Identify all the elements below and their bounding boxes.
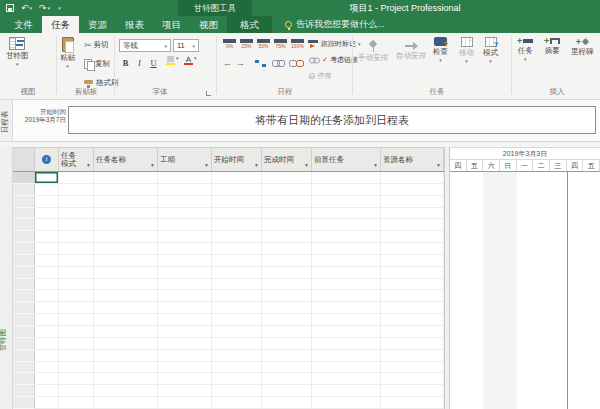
table-cell[interactable]	[35, 350, 59, 362]
row-header[interactable]	[13, 243, 35, 255]
timescale-day-cell[interactable]: 日	[500, 160, 517, 171]
row-header[interactable]	[13, 290, 35, 302]
table-cell[interactable]	[35, 397, 59, 409]
table-cell[interactable]	[94, 350, 158, 362]
table-cell[interactable]	[35, 373, 59, 385]
insert-task-button[interactable]: + 任务 ▾	[517, 37, 533, 61]
table-cell[interactable]	[59, 172, 94, 184]
percent-complete-0%-button[interactable]: 0%	[221, 39, 238, 49]
link-tasks-button[interactable]	[272, 60, 284, 67]
filter-dropdown-icon[interactable]: ▼	[204, 161, 209, 169]
table-cell[interactable]	[212, 172, 262, 184]
table-cell[interactable]	[312, 172, 381, 184]
table-cell[interactable]	[158, 326, 212, 338]
table-cell[interactable]	[94, 385, 158, 397]
table-cell[interactable]	[381, 314, 444, 326]
table-cell[interactable]	[262, 362, 312, 374]
table-cell[interactable]	[94, 243, 158, 255]
tab-报表[interactable]: 报表	[116, 16, 153, 33]
timescale-week-tier[interactable]: 2019年3月3日	[450, 147, 600, 160]
table-cell[interactable]	[312, 290, 381, 302]
column-header-资源名称[interactable]: 资源名称▼	[381, 147, 444, 171]
table-cell[interactable]	[35, 326, 59, 338]
table-cell[interactable]	[312, 385, 381, 397]
table-cell[interactable]	[262, 279, 312, 291]
row-header[interactable]	[13, 385, 35, 397]
column-header-前置任务[interactable]: 前置任务▼	[312, 147, 381, 171]
table-cell[interactable]	[212, 243, 262, 255]
inspect-button[interactable]: 检查 ▾	[433, 37, 448, 62]
table-cell[interactable]	[158, 231, 212, 243]
unlink-tasks-button[interactable]	[289, 60, 301, 67]
mode-button[interactable]: 模式 ▾	[483, 37, 498, 63]
table-cell[interactable]	[35, 208, 59, 220]
copy-button[interactable]: 复制	[84, 59, 110, 69]
table-cell[interactable]	[158, 350, 212, 362]
table-cell[interactable]	[212, 350, 262, 362]
table-cell[interactable]	[158, 385, 212, 397]
table-cell[interactable]	[312, 184, 381, 196]
row-header[interactable]	[13, 196, 35, 208]
row-header[interactable]	[13, 267, 35, 279]
inactivate-button[interactable]: ⊖ 停用	[308, 71, 332, 81]
table-cell[interactable]	[262, 326, 312, 338]
tab-格式[interactable]: 格式	[227, 16, 272, 33]
table-cell[interactable]	[94, 302, 158, 314]
table-cell[interactable]	[59, 338, 94, 350]
selected-cell[interactable]	[35, 172, 59, 184]
table-cell[interactable]	[94, 219, 158, 231]
table-cell[interactable]	[212, 385, 262, 397]
table-cell[interactable]	[59, 243, 94, 255]
table-cell[interactable]	[262, 314, 312, 326]
table-cell[interactable]	[381, 267, 444, 279]
select-all-corner-cell[interactable]	[13, 147, 35, 171]
table-cell[interactable]	[381, 184, 444, 196]
table-cell[interactable]	[59, 302, 94, 314]
tab-任务[interactable]: 任务	[42, 16, 79, 33]
table-cell[interactable]	[381, 219, 444, 231]
table-cell[interactable]	[381, 231, 444, 243]
table-cell[interactable]	[312, 362, 381, 374]
filter-dropdown-icon[interactable]: ▼	[254, 161, 259, 169]
table-cell[interactable]	[312, 279, 381, 291]
table-cell[interactable]	[59, 397, 94, 409]
table-cell[interactable]	[94, 279, 158, 291]
table-cell[interactable]	[94, 338, 158, 350]
column-header-任务模式[interactable]: 任务模式▼	[59, 147, 94, 171]
table-cell[interactable]	[212, 302, 262, 314]
respect-links-button[interactable]: ✓ 考虑链接	[308, 55, 358, 65]
table-cell[interactable]	[381, 350, 444, 362]
table-cell[interactable]	[381, 302, 444, 314]
table-cell[interactable]	[35, 385, 59, 397]
table-cell[interactable]	[35, 338, 59, 350]
table-cell[interactable]	[262, 373, 312, 385]
table-cell[interactable]	[212, 290, 262, 302]
table-cell[interactable]	[381, 290, 444, 302]
percent-complete-25%-button[interactable]: 25%	[238, 39, 255, 49]
table-cell[interactable]	[312, 302, 381, 314]
table-cell[interactable]	[59, 231, 94, 243]
gantt-chart-view-button[interactable]: 甘特图 ▾	[6, 37, 29, 66]
timeline-pane-tab[interactable]: 日程表	[0, 100, 13, 141]
table-cell[interactable]	[158, 373, 212, 385]
table-cell[interactable]	[158, 196, 212, 208]
table-cell[interactable]	[158, 397, 212, 409]
table-cell[interactable]	[212, 184, 262, 196]
table-cell[interactable]	[262, 196, 312, 208]
table-cell[interactable]	[381, 208, 444, 220]
table-cell[interactable]	[35, 362, 59, 374]
gantt-chart-body[interactable]	[450, 172, 600, 409]
table-cell[interactable]	[381, 397, 444, 409]
table-cell[interactable]	[312, 326, 381, 338]
column-header-任务名称[interactable]: 任务名称▼	[94, 147, 158, 171]
table-cell[interactable]	[158, 290, 212, 302]
row-header[interactable]	[13, 362, 35, 374]
timescale-day-cell[interactable]: 六	[483, 160, 500, 171]
table-cell[interactable]	[94, 314, 158, 326]
table-cell[interactable]	[262, 231, 312, 243]
table-cell[interactable]	[312, 231, 381, 243]
column-header-完成时间[interactable]: 完成时间▼	[262, 147, 312, 171]
italic-button[interactable]: I	[133, 56, 146, 69]
table-cell[interactable]	[158, 208, 212, 220]
column-header-开始时间[interactable]: 开始时间▼	[212, 147, 262, 171]
